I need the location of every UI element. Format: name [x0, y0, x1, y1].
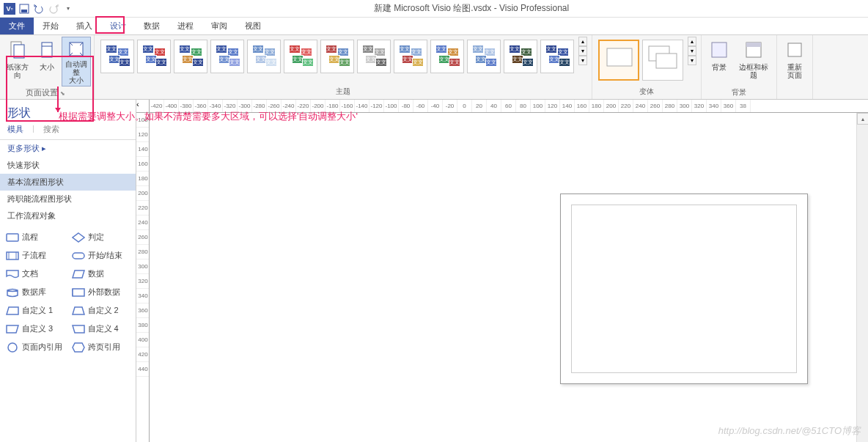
canvas-area: ‹ -420-400-380-360-340-320-300-280-260-2…	[136, 100, 868, 442]
page-setup-launcher-icon[interactable]: ⬊	[60, 90, 68, 97]
shape-item[interactable]: 子流程	[3, 248, 67, 262]
shape-item[interactable]: 文档	[3, 267, 67, 281]
svg-rect-13	[788, 43, 801, 56]
svg-marker-15	[73, 233, 84, 242]
shape-cat-quick[interactable]: 快速形状	[0, 157, 136, 174]
shapes-tab-search[interactable]: 搜索	[43, 124, 59, 135]
theme-thumb[interactable]: 文文文文文文文文	[284, 40, 317, 73]
theme-scroll-down-icon[interactable]: ▾	[578, 46, 587, 56]
theme-more-icon[interactable]: ▾	[578, 56, 587, 65]
borders-button[interactable]: 边框和标题	[734, 37, 773, 86]
autosize-button[interactable]: 自动调整 大小	[62, 37, 91, 86]
ruler-tick: 200	[136, 186, 149, 201]
ruler-tick: -60	[413, 100, 428, 112]
ruler-tick: 280	[663, 100, 677, 112]
shape-cat-cross[interactable]: 跨职能流程图形状	[0, 191, 136, 207]
ruler-tick: 300	[136, 259, 149, 274]
svg-rect-9	[656, 54, 677, 68]
window-title: 新建 Microsoft Visio 绘图.vsdx - Visio Profe…	[75, 2, 868, 15]
shape-item[interactable]: 数据	[69, 267, 133, 281]
svg-rect-14	[7, 234, 18, 241]
svg-rect-7	[607, 48, 632, 66]
undo-icon[interactable]	[32, 2, 45, 15]
svg-rect-3	[14, 45, 24, 58]
shape-cat-more[interactable]: 更多形状 ▸	[0, 140, 136, 157]
tab-data[interactable]: 数据	[135, 18, 169, 34]
theme-scroll-up-icon[interactable]: ▴	[578, 37, 587, 46]
shape-item[interactable]: 开始/结束	[69, 248, 133, 262]
ruler-tick: 240	[633, 100, 648, 112]
variant-more-icon[interactable]: ▾	[688, 56, 696, 65]
shape-item[interactable]: 数据库	[3, 285, 67, 299]
scrollbar-vertical[interactable]: ▴	[856, 113, 868, 442]
background-button[interactable]: 背景	[705, 37, 734, 86]
shape-item[interactable]: 自定义 4	[69, 322, 133, 336]
variant-thumb[interactable]	[598, 40, 639, 81]
ruler-tick: 220	[619, 100, 633, 112]
theme-thumb[interactable]: 文文文文文文文文	[394, 40, 427, 73]
shape-label: 流程	[22, 232, 38, 243]
ruler-tick: 120	[545, 100, 560, 112]
shape-icon	[6, 287, 19, 298]
relayout-button[interactable]: 重新 页面	[780, 37, 809, 86]
size-button[interactable]: 大小	[32, 37, 62, 86]
tab-view[interactable]: 视图	[236, 18, 270, 34]
tab-review[interactable]: 审阅	[202, 18, 236, 34]
shape-cat-basic[interactable]: 基本流程图形状	[0, 174, 136, 191]
theme-thumb[interactable]: 文文文文文文文文	[247, 40, 281, 73]
orientation-button[interactable]: 纸张方向	[3, 37, 32, 86]
theme-thumb[interactable]: 文文文文文文文文	[174, 40, 207, 73]
shape-item[interactable]: 页面内引用	[3, 340, 67, 354]
shape-icon	[72, 306, 85, 316]
tab-design[interactable]: 设计	[101, 18, 135, 34]
theme-thumb[interactable]: 文文文文文文文文	[320, 40, 354, 73]
tab-file[interactable]: 文件	[0, 18, 34, 34]
shape-icon	[6, 342, 19, 353]
variant-scroll-up-icon[interactable]: ▴	[688, 37, 696, 46]
ribbon-group-variants: ▴ ▾ ▾ 变体	[592, 35, 702, 99]
shape-item[interactable]: 自定义 3	[3, 322, 67, 336]
shape-item[interactable]: 自定义 1	[3, 303, 67, 317]
shape-item[interactable]: 跨页引用	[69, 340, 133, 354]
shape-label: 自定义 2	[88, 305, 119, 316]
ruler-tick: 40	[487, 100, 501, 112]
theme-thumb[interactable]: 文文文文文文文文	[504, 40, 537, 73]
tab-insert[interactable]: 插入	[67, 18, 101, 34]
quick-access-toolbar: V▫ ▾	[0, 2, 75, 15]
theme-thumb[interactable]: 文文文文文文文文	[540, 40, 574, 73]
shape-item[interactable]: 流程	[3, 230, 67, 244]
theme-gallery[interactable]: 文文文文文文文文文文文文文文文文文文文文文文文文文文文文文文文文文文文文文文文文…	[98, 37, 577, 76]
shape-item[interactable]: 判定	[69, 230, 133, 244]
shape-cat-work[interactable]: 工作流程对象	[0, 207, 136, 224]
ribbon-group-themes: 文文文文文文文文文文文文文文文文文文文文文文文文文文文文文文文文文文文文文文文文…	[95, 35, 592, 99]
chevron-right-icon: ▸	[42, 144, 46, 152]
ruler-tick: 60	[501, 100, 516, 112]
shapes-tab-stencils[interactable]: 模具	[7, 124, 23, 135]
svg-rect-10	[712, 43, 727, 57]
shape-item[interactable]: 自定义 2	[69, 303, 133, 317]
theme-thumb[interactable]: 文文文文文文文文	[467, 40, 501, 73]
theme-thumb[interactable]: 文文文文文文文文	[137, 40, 171, 73]
theme-thumb[interactable]: 文文文文文文文文	[430, 40, 464, 73]
theme-thumb[interactable]: 文文文文文文文文	[210, 40, 244, 73]
variant-gallery[interactable]	[595, 37, 686, 84]
ruler-tick: 380	[136, 318, 149, 333]
save-icon[interactable]	[18, 2, 31, 15]
tab-process[interactable]: 进程	[169, 18, 202, 34]
shape-label: 自定义 3	[22, 323, 53, 334]
ruler-tick: 240	[136, 216, 149, 230]
shape-item[interactable]: 外部数据	[69, 285, 133, 299]
redo-icon[interactable]	[47, 2, 60, 15]
qat-dropdown-icon[interactable]: ▾	[62, 2, 75, 15]
variant-scroll-down-icon[interactable]: ▾	[688, 46, 696, 56]
theme-thumb[interactable]: 文文文文文文文文	[357, 40, 391, 73]
tab-start[interactable]: 开始	[34, 18, 67, 34]
theme-thumb[interactable]: 文文文文文文文文	[100, 40, 134, 73]
ruler-tick: 260	[136, 230, 149, 245]
visio-logo-icon: V▫	[3, 2, 16, 15]
variant-thumb[interactable]	[642, 40, 683, 81]
drawing-page[interactable]	[560, 194, 808, 384]
scroll-up-icon[interactable]: ▴	[857, 113, 868, 125]
canvas-content[interactable]	[150, 113, 868, 442]
ruler-tick: 100	[531, 100, 545, 112]
